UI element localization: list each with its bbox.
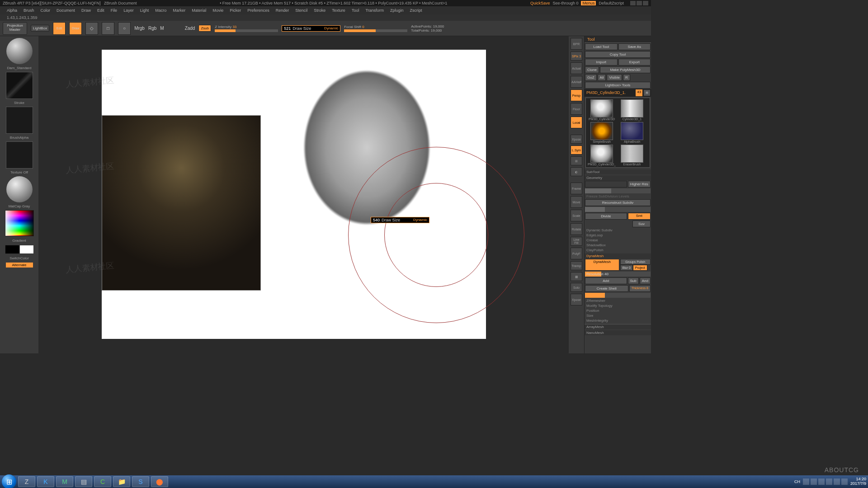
window-minimize-icon[interactable] — [630, 1, 636, 5]
shelf-aahalf[interactable]: AAHalf — [571, 76, 582, 88]
menu-document[interactable]: Document — [57, 8, 75, 13]
zadd-toggle[interactable]: Zadd — [185, 26, 195, 31]
shelf-spix[interactable]: SPix 3 — [571, 52, 582, 61]
shelf-solo[interactable]: Solo — [571, 283, 582, 292]
dm-sub-button[interactable]: Sub — [628, 277, 639, 284]
zremesher[interactable]: ZRemesher — [585, 298, 651, 303]
shelf-scale[interactable]: Scale — [571, 210, 582, 221]
menus-button[interactable]: Menus — [581, 1, 596, 5]
menu-render[interactable]: Render — [276, 8, 289, 13]
alternate-button[interactable]: Alternate — [6, 263, 33, 267]
shadowbox[interactable]: ShadowBox — [585, 243, 651, 248]
quicksave-button[interactable]: QuickSave — [530, 1, 550, 5]
menu-brush[interactable]: Brush — [24, 8, 34, 13]
blur-field[interactable]: Blur 0 — [620, 265, 633, 271]
rotate-gizmo-icon[interactable]: ○ — [118, 22, 131, 35]
scale-gizmo-icon[interactable]: □ — [102, 22, 114, 35]
brush-thumbnail[interactable] — [6, 38, 33, 64]
dynamesh-button[interactable]: DynaMesh — [585, 259, 619, 271]
menu-color[interactable]: Color — [41, 8, 51, 13]
nanomesh-section[interactable]: NanoMesh — [585, 330, 651, 335]
dm-add-button[interactable]: Add — [585, 277, 627, 284]
lightbox-tools-button[interactable]: Lightbox> Tools — [585, 82, 651, 89]
shelf-transp[interactable]: Transp — [571, 261, 582, 270]
shelf-xpose2[interactable]: Xpose — [571, 294, 582, 305]
shelf-move[interactable]: Move — [571, 196, 582, 208]
gradient-label[interactable]: Gradient — [6, 238, 33, 243]
alpha-thumbnail[interactable] — [6, 107, 33, 134]
shelf-rotate[interactable]: Rotate — [571, 223, 582, 235]
subtool-section[interactable]: SubTool — [585, 169, 651, 174]
sdiv-slider[interactable] — [585, 181, 627, 188]
color-picker[interactable] — [5, 210, 34, 236]
shelf-local[interactable]: Local — [571, 117, 582, 128]
lightbox-button[interactable]: LightBox — [31, 25, 49, 32]
modify-topology[interactable]: Modify Topology — [585, 303, 651, 308]
copy-tool-button[interactable]: Copy Tool — [585, 51, 651, 58]
freeze-subdiv[interactable]: Freeze SubDivision Levels — [585, 194, 651, 199]
window-close-icon[interactable] — [643, 1, 648, 5]
project-toggle[interactable]: Project — [633, 265, 647, 271]
menu-texture[interactable]: Texture — [332, 8, 345, 13]
draw-mode-button[interactable]: Draw — [69, 22, 82, 35]
tool-header[interactable]: Tool — [585, 36, 651, 43]
thickness-field[interactable]: Thickness 8 — [629, 285, 651, 292]
move-gizmo-icon[interactable]: ◇ — [85, 22, 98, 35]
rgb-toggle[interactable]: Rgb — [148, 26, 156, 31]
menu-stencil[interactable]: Stencil — [295, 8, 307, 13]
menu-preferences[interactable]: Preferences — [247, 8, 269, 13]
projection-master-button[interactable]: Projection Master — [3, 22, 27, 35]
goz-all-button[interactable]: All — [598, 74, 606, 81]
default-script[interactable]: DefaultZscript — [599, 1, 624, 5]
m-toggle[interactable]: M — [160, 26, 164, 31]
shelf-xpose[interactable]: Xpose — [571, 135, 582, 144]
menu-zplugin[interactable]: Zplugin — [390, 8, 404, 13]
resolution-slider[interactable]: Resolution 40 — [585, 272, 651, 277]
shelf-linefill[interactable]: Line Fill — [571, 237, 582, 246]
dynamic-subdiv[interactable]: Dynamic Subdiv — [585, 228, 651, 233]
tool-item[interactable]: PM3D_Cylinder3D — [587, 99, 616, 121]
menu-movie[interactable]: Movie — [212, 8, 223, 13]
suv-toggle[interactable]: Suv — [632, 221, 651, 227]
menu-tool[interactable]: Tool — [352, 8, 359, 13]
canvas-area[interactable]: 540 Draw Size Dynamic 人人素材社区 人人素材社区 人人素材… — [38, 36, 569, 353]
menu-macro[interactable]: Macro — [155, 8, 166, 13]
arraymesh-section[interactable]: ArrayMesh — [585, 324, 651, 329]
menu-alpha[interactable]: Alpha — [7, 8, 17, 13]
size[interactable]: Size — [585, 313, 651, 318]
crease[interactable]: Crease — [585, 238, 651, 243]
make-polymesh-button[interactable]: Make PolyMesh3D — [600, 66, 651, 73]
menu-material[interactable]: Material — [192, 8, 206, 13]
menu-draw[interactable]: Draw — [81, 8, 91, 13]
save-as-button[interactable]: Save As — [618, 43, 651, 50]
mesh-integrity[interactable]: MeshIntegrity — [585, 318, 651, 323]
smt-toggle[interactable]: Smt — [628, 213, 651, 220]
shelf-actual[interactable]: Actual — [571, 62, 582, 74]
stroke-thumbnail[interactable] — [6, 72, 33, 99]
tool-item[interactable]: SimpleBrush — [587, 122, 616, 143]
menu-light[interactable]: Light — [140, 8, 149, 13]
menu-transform[interactable]: Transform — [365, 8, 384, 13]
focal-shift-slider[interactable] — [344, 29, 407, 32]
dm-and-button[interactable]: And — [640, 277, 651, 284]
res-slider[interactable] — [585, 207, 651, 212]
groups-polish-button[interactable]: Groups Polish — [620, 259, 651, 265]
tool-item[interactable]: AlphaBrush — [618, 122, 646, 143]
shelf-floor[interactable]: Floor — [571, 103, 582, 115]
claypolish[interactable]: ClayPolish — [585, 248, 651, 253]
shelf-lsym[interactable]: L.Sym — [571, 145, 582, 155]
shelf-bpr[interactable]: BPR — [571, 38, 582, 50]
del-lower-slider[interactable] — [585, 188, 651, 193]
z-intensity-slider[interactable] — [215, 29, 278, 32]
menu-edit[interactable]: Edit — [97, 8, 104, 13]
menu-picker[interactable]: Picker — [230, 8, 241, 13]
shelf-polyf[interactable]: PolyF — [571, 248, 582, 259]
zsub-toggle[interactable]: Zsub — [198, 25, 211, 32]
goz-button[interactable]: GoZ — [585, 74, 597, 81]
shelf-lsym3[interactable]: ◐ — [571, 167, 582, 176]
menu-file[interactable]: File — [111, 8, 118, 13]
switch-color-button[interactable]: SwitchColor — [6, 256, 33, 261]
current-tool-r[interactable]: R — [643, 89, 651, 96]
tool-item[interactable]: PM3D_Cylinder3D_ — [587, 145, 616, 166]
draw-size-field[interactable]: 521 Draw Size Dynamic — [282, 25, 340, 32]
